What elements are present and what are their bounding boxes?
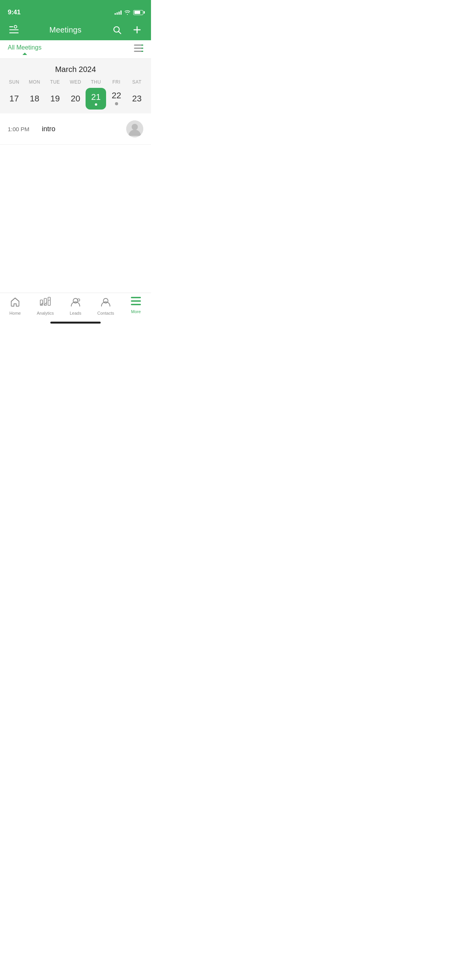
svg-line-5 (118, 32, 121, 34)
svg-rect-18 (48, 297, 50, 305)
svg-rect-12 (141, 48, 143, 49)
avatar (126, 120, 143, 137)
nav-tab-home-label: Home (9, 311, 21, 315)
calendar-day-17[interactable]: 17 (4, 88, 24, 110)
battery-icon (133, 10, 143, 15)
tab-indicator (22, 53, 27, 55)
calendar-month: March 2024 (4, 65, 147, 74)
event-time: 1:00 PM (8, 126, 36, 132)
status-icons (115, 10, 143, 15)
search-button[interactable] (111, 24, 123, 36)
svg-point-15 (132, 124, 138, 130)
nav-tab-more-label: More (131, 309, 141, 314)
nav-tab-contacts[interactable]: Contacts (94, 297, 117, 315)
calendar-day-18[interactable]: 18 (24, 88, 45, 110)
calendar-day-20[interactable]: 20 (65, 88, 86, 110)
more-icon (131, 297, 141, 308)
day-header-wed: WED (65, 79, 86, 88)
svg-rect-11 (141, 45, 143, 46)
leads-icon (70, 297, 81, 309)
nav-header: Meetings (0, 19, 151, 40)
page-title: Meetings (50, 26, 82, 34)
tab-all-meetings[interactable]: All Meetings (8, 44, 41, 55)
signal-icon (115, 10, 122, 15)
nav-tab-more[interactable]: More (124, 297, 148, 314)
nav-tab-analytics[interactable]: Analytics (34, 297, 57, 315)
day-header-thu: THU (86, 79, 106, 88)
contacts-icon (101, 297, 111, 309)
tab-section: All Meetings (0, 40, 151, 59)
calendar-day-23[interactable]: 23 (127, 88, 147, 110)
wifi-icon (124, 10, 131, 15)
nav-tab-analytics-label: Analytics (37, 311, 54, 315)
calendar-day-22[interactable]: 22 (106, 88, 127, 110)
svg-rect-0 (9, 26, 13, 27)
analytics-icon (40, 297, 51, 309)
nav-tab-contacts-label: Contacts (97, 311, 114, 315)
svg-rect-23 (131, 300, 141, 302)
calendar-day-21[interactable]: 21 (86, 88, 106, 110)
svg-rect-24 (131, 304, 141, 305)
calendar-day-19[interactable]: 19 (45, 88, 65, 110)
status-bar: 9:41 (0, 0, 151, 19)
svg-rect-1 (9, 29, 19, 30)
calendar-section: March 2024 SUN MON TUE WED THU FRI SAT 1… (0, 59, 151, 113)
nav-tab-leads[interactable]: Leads (64, 297, 87, 315)
event-dot-gray-22 (115, 102, 118, 105)
svg-rect-13 (141, 51, 143, 52)
day-header-mon: MON (24, 79, 45, 88)
svg-rect-2 (9, 33, 19, 33)
nav-tab-leads-label: Leads (70, 311, 81, 315)
add-button[interactable] (131, 24, 143, 36)
nav-tab-home[interactable]: Home (3, 297, 27, 315)
events-section: 1:00 PM intro (0, 113, 151, 145)
svg-rect-22 (131, 297, 141, 298)
calendar-grid: SUN MON TUE WED THU FRI SAT 17 18 19 20 … (4, 79, 147, 110)
home-icon (10, 297, 20, 309)
day-header-sun: SUN (4, 79, 24, 88)
nav-left (8, 24, 20, 36)
event-title: intro (42, 125, 120, 133)
svg-point-3 (14, 26, 17, 28)
home-indicator (50, 322, 101, 324)
status-time: 9:41 (8, 9, 21, 16)
nav-right (111, 24, 143, 36)
day-header-tue: TUE (45, 79, 65, 88)
day-header-fri: FRI (106, 79, 127, 88)
day-header-sat: SAT (127, 79, 147, 88)
event-item-intro[interactable]: 1:00 PM intro (0, 113, 151, 145)
event-dot-white (95, 103, 97, 106)
list-view-button[interactable] (134, 45, 143, 54)
settings-button[interactable] (8, 24, 20, 36)
